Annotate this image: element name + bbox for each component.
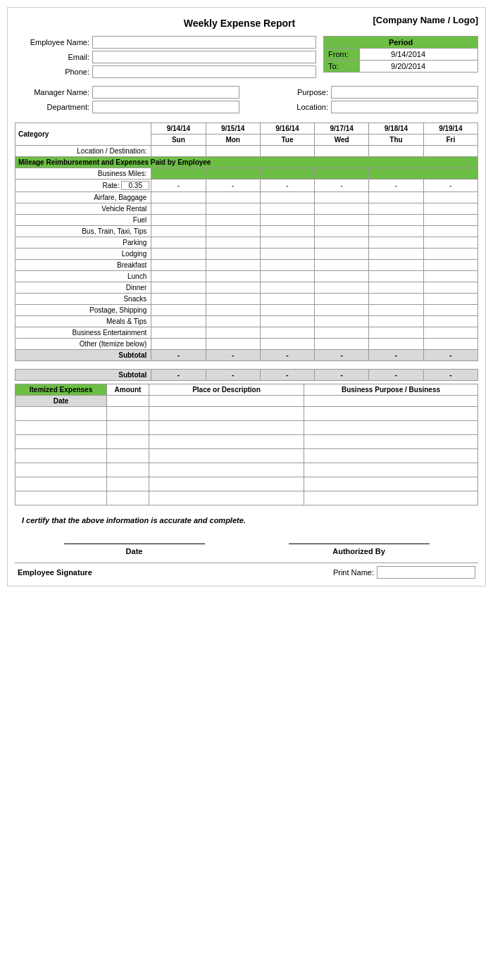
itemized-row-5: [15, 463, 478, 477]
sub1-d4: -: [369, 350, 423, 361]
manager-label: Manager Name:: [15, 88, 92, 96]
expense-table: Category 9/14/14 9/15/14 9/16/14 9/17/14…: [15, 122, 478, 381]
date-5: 9/19/14: [423, 123, 478, 134]
itemized-header: Itemized Expenses: [15, 384, 107, 396]
miles-d3[interactable]: [315, 168, 369, 180]
rate-d2: -: [260, 180, 314, 192]
manager-input[interactable]: [92, 86, 239, 99]
rate-d0: -: [151, 180, 206, 192]
authorized-sig-label: Authorized By: [332, 547, 385, 555]
dept-label: Department:: [15, 103, 92, 111]
itemized-row-2: [15, 421, 478, 435]
sub2-d0: -: [151, 370, 206, 381]
email-label: Email:: [15, 53, 92, 61]
subtotal-2-label: Subtotal: [15, 370, 151, 381]
purpose-input[interactable]: [331, 86, 478, 99]
location-label: Location:: [254, 103, 331, 111]
loc-d3[interactable]: [315, 146, 369, 157]
period-header: Period: [324, 37, 478, 48]
date-sig-area: Date: [22, 539, 246, 555]
cat-9: Snacks: [15, 294, 151, 305]
from-label: From:: [324, 49, 359, 60]
miles-d2[interactable]: [260, 168, 314, 180]
rate-d4: -: [369, 180, 423, 192]
day-5: Fri: [423, 134, 478, 146]
loc-d2[interactable]: [260, 146, 314, 157]
amount-header: Amount: [107, 384, 149, 396]
itemized-row-4: [15, 449, 478, 463]
certification-text: I certify that the above information is …: [22, 516, 246, 524]
rate-d3: -: [315, 180, 369, 192]
miles-d1[interactable]: [206, 168, 260, 180]
sub2-d5: -: [423, 370, 478, 381]
itemized-row-6: [15, 477, 478, 491]
date-0: 9/14/14: [151, 123, 206, 134]
cat-12: Business Entertainment: [15, 327, 151, 339]
date-sig-label: Date: [126, 547, 143, 555]
emp-name-input[interactable]: [92, 36, 316, 49]
date-4: 9/18/14: [369, 123, 423, 134]
mileage-header: Mileage Reimbursement and Expenses Paid …: [15, 157, 478, 168]
authorized-sig-area: Authorized By: [246, 539, 471, 555]
cat-10: Postage, Shipping: [15, 305, 151, 316]
rate-input[interactable]: [121, 181, 149, 190]
subtotal-1-label: Subtotal: [15, 350, 151, 361]
miles-d4[interactable]: [369, 168, 423, 180]
biz-miles-label: Business Miles:: [15, 168, 151, 180]
loc-d1[interactable]: [206, 146, 260, 157]
company-name: [Company Name / Logo]: [351, 15, 478, 25]
miles-d5[interactable]: [423, 168, 478, 180]
period-box: Period From: 9/14/2014 To: 9/20/2014: [323, 36, 478, 73]
to-value: 9/20/2014: [359, 61, 430, 72]
location-dest-label: Location / Destination:: [15, 146, 151, 157]
category-header: Category: [15, 123, 151, 146]
day-4: Thu: [369, 134, 423, 146]
itemized-row-1: [15, 407, 478, 421]
itemized-table: Itemized Expenses Amount Place or Descri…: [15, 384, 478, 505]
cat-13: Other (Itemize below): [15, 339, 151, 350]
cat-8: Dinner: [15, 282, 151, 294]
sub1-d5: -: [423, 350, 478, 361]
phone-input[interactable]: [92, 65, 316, 78]
rate-label: Rate:: [103, 182, 120, 189]
sub2-d3: -: [315, 370, 369, 381]
purpose-label: Purpose:: [254, 88, 331, 96]
cat-1: Vehicle Rental: [15, 203, 151, 215]
loc-d5[interactable]: [423, 146, 478, 157]
itemized-row-7: [15, 491, 478, 505]
date-3: 9/17/14: [315, 123, 369, 134]
sub1-d0: -: [151, 350, 206, 361]
day-1: Mon: [206, 134, 260, 146]
date-2: 9/16/14: [260, 123, 314, 134]
cat-7: Lunch: [15, 271, 151, 282]
cat-6: Breakfast: [15, 260, 151, 271]
emp-sig-label: Employee Signature: [18, 568, 92, 577]
location-input[interactable]: [331, 101, 478, 113]
authorized-sig-line: [289, 544, 430, 544]
place-header: Place or Description: [149, 384, 304, 396]
miles-d0[interactable]: [151, 168, 206, 180]
sub1-d1: -: [206, 350, 260, 361]
loc-d4[interactable]: [369, 146, 423, 157]
email-input[interactable]: [92, 51, 316, 63]
cat-3: Bus, Train, Taxi, Tips: [15, 226, 151, 237]
day-0: Sun: [151, 134, 206, 146]
phone-label: Phone:: [15, 68, 92, 76]
cat-5: Lodging: [15, 249, 151, 260]
dept-input[interactable]: [92, 101, 239, 113]
day-3: Wed: [315, 134, 369, 146]
cat-2: Fuel: [15, 215, 151, 226]
sub2-d4: -: [369, 370, 423, 381]
sub1-d2: -: [260, 350, 314, 361]
rate-d1: -: [206, 180, 260, 192]
loc-d0[interactable]: [151, 146, 206, 157]
bottom-row: Employee Signature Print Name:: [15, 563, 478, 579]
rate-label-cell: Rate:: [15, 180, 151, 192]
rate-d5: -: [423, 180, 478, 192]
from-value: 9/14/2014: [359, 49, 430, 60]
cat-0: Airfare, Baggage: [15, 192, 151, 203]
date-sig-line: [64, 544, 205, 544]
page-title: Weekly Expense Report: [127, 15, 351, 29]
to-label: To:: [324, 61, 359, 72]
print-name-input[interactable]: [377, 566, 475, 579]
